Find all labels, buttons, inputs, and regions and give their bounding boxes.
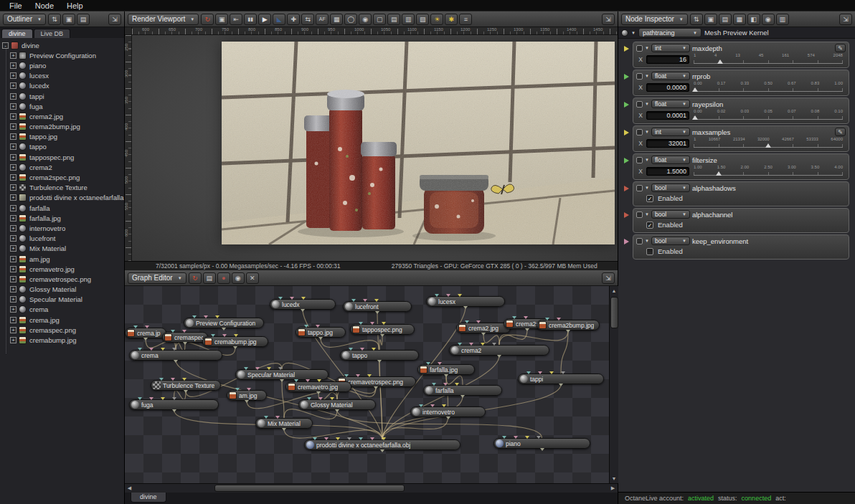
node-pin-icon[interactable] <box>235 388 240 391</box>
param-value-input[interactable]: 1.5000 <box>646 167 689 176</box>
expand-icon[interactable]: + <box>10 123 16 130</box>
tree-item-lucefront[interactable]: +lucefront <box>0 234 124 244</box>
node-pin-icon[interactable] <box>538 371 542 374</box>
graph-node-farfalla-jpg[interactable]: farfalla.jpg <box>417 364 475 375</box>
node-pin-icon[interactable] <box>294 379 298 382</box>
collapse-arrow-icon[interactable]: ▼ <box>645 46 649 50</box>
output-pin-icon[interactable] <box>316 391 321 394</box>
node-pin-icon[interactable] <box>382 322 386 325</box>
tree-item-tappi[interactable]: +tappi <box>0 91 124 101</box>
output-pin-icon[interactable] <box>172 409 176 412</box>
tree-item-tappo[interactable]: +tappo <box>0 142 124 152</box>
node-pin-icon[interactable] <box>537 436 541 439</box>
node-pin-icon[interactable] <box>465 320 469 323</box>
tree-item-piano[interactable]: +piano <box>0 60 124 70</box>
node-toggle-icon[interactable] <box>636 211 643 218</box>
node-pin-icon[interactable] <box>347 437 351 440</box>
node-pin-icon[interactable] <box>264 416 268 419</box>
viewport-expand-icon[interactable]: ⇲ <box>602 14 615 25</box>
node-pin-icon[interactable] <box>149 348 153 351</box>
tree-item-fuga[interactable]: +fuga <box>0 101 124 111</box>
post-icon[interactable]: ✱ <box>445 14 458 25</box>
node-pin-icon[interactable] <box>374 299 379 302</box>
white-balance-icon[interactable]: ◯ <box>344 14 357 25</box>
pan-icon[interactable]: ⇆ <box>301 14 314 25</box>
node-pin-icon[interactable] <box>301 297 306 300</box>
collapse-arrow-icon[interactable]: ▼ <box>645 130 649 134</box>
graph-horizontal-scrollbar[interactable]: ◀ ▶ <box>125 483 618 493</box>
render-target-icon[interactable]: ◉ <box>232 272 245 284</box>
param-type-dropdown[interactable]: int▼ <box>651 44 690 52</box>
node-pin-icon[interactable] <box>525 436 529 439</box>
node-pin-icon[interactable] <box>317 379 321 382</box>
node-pin-icon[interactable] <box>502 436 506 439</box>
node-pin-icon[interactable] <box>182 330 186 333</box>
output-pin-icon[interactable] <box>463 306 468 309</box>
kernel-type-dropdown[interactable]: pathtracing ▼ <box>638 28 702 37</box>
expand-icon[interactable]: + <box>10 215 16 222</box>
menu-help[interactable]: Help <box>60 0 90 11</box>
outliner-expand-icon[interactable]: ⇲ <box>108 14 121 25</box>
expand-icon[interactable]: + <box>10 256 16 262</box>
node-pin-icon[interactable] <box>244 367 248 370</box>
target-icon[interactable]: ◉ <box>762 14 775 25</box>
node-pin-icon[interactable] <box>172 348 176 351</box>
node-pin-icon[interactable] <box>432 383 436 386</box>
node-pin-icon[interactable] <box>455 383 459 386</box>
slider-track[interactable] <box>694 60 843 64</box>
tree-item-internovetro[interactable]: +internovetro <box>0 223 124 233</box>
node-pin-icon[interactable] <box>290 297 294 300</box>
param-value-input[interactable]: 16 <box>646 55 689 64</box>
graph-node-internovetro[interactable]: internovetro <box>410 406 486 417</box>
node-pin-icon[interactable] <box>275 416 280 419</box>
graph-node-prodotti[interactable]: prodotti divine x octaneefarfalla.obj <box>304 439 460 450</box>
collapse-arrow-icon[interactable]: ▼ <box>645 74 649 78</box>
tree-item-turbulence-texture[interactable]: +Turbulence Texture <box>0 183 124 193</box>
node-pin-icon[interactable] <box>330 397 334 400</box>
expand-icon[interactable]: + <box>10 103 16 110</box>
node-pin-icon[interactable] <box>204 315 208 318</box>
node-pin-icon[interactable] <box>359 437 363 440</box>
slider-thumb[interactable] <box>716 171 722 176</box>
tree-item-lucesx[interactable]: +lucesx <box>0 71 124 81</box>
node-toggle-icon[interactable] <box>636 73 643 80</box>
slider-thumb[interactable] <box>692 87 698 92</box>
param-value-input[interactable]: 0.0000 <box>646 83 689 92</box>
node-pin-icon[interactable] <box>171 378 175 381</box>
graph-node-crema2-jpg[interactable]: crema2.jpg <box>456 323 511 333</box>
param-type-dropdown[interactable]: bool▼ <box>651 237 690 245</box>
node-pin-icon[interactable] <box>161 397 165 400</box>
expand-icon[interactable]: + <box>10 113 16 120</box>
node-toggle-icon[interactable] <box>636 185 643 191</box>
output-pin-icon[interactable] <box>143 338 148 341</box>
expand-icon[interactable]: + <box>10 296 16 303</box>
restart-icon[interactable]: ⇤ <box>230 14 242 25</box>
node-pin-icon[interactable] <box>192 315 197 318</box>
expand-icon[interactable]: + <box>10 194 16 201</box>
node-pin-icon[interactable] <box>159 378 164 381</box>
collapse-arrow-icon[interactable]: ▼ <box>631 31 636 35</box>
expand-icon[interactable]: + <box>10 245 16 252</box>
output-pin-icon[interactable] <box>282 428 286 431</box>
tree-item-divine[interactable]: -divine <box>0 40 124 50</box>
graph-node-lucesx[interactable]: lucesx <box>426 296 505 307</box>
enabled-checkbox[interactable]: ✓ <box>646 222 653 229</box>
inspector-selector-dropdown[interactable]: Node Inspector ▼ <box>621 14 688 25</box>
output-pin-icon[interactable] <box>444 374 448 377</box>
copy-icon[interactable]: ▣ <box>704 14 717 25</box>
subframe-icon[interactable]: ▥ <box>402 14 415 25</box>
tree-item-cremavetro-jpg[interactable]: +cremavetro.jpg <box>0 264 124 274</box>
expand-icon[interactable]: + <box>10 184 16 191</box>
graph-node-crema-jpg[interactable]: crema.jp <box>125 328 166 338</box>
edit-curve-icon[interactable]: ✎ <box>835 128 846 136</box>
node-pin-icon[interactable] <box>446 294 450 297</box>
node-pin-icon[interactable] <box>304 325 308 328</box>
tree-item-crema2-jpg[interactable]: +crema2.jpg <box>0 111 124 121</box>
tree-item-crema-jpg[interactable]: +crema.jpg <box>0 315 124 325</box>
graph-node-turb[interactable]: Turbulence Texture <box>151 380 221 391</box>
output-pin-icon[interactable] <box>460 395 465 398</box>
node-pin-icon[interactable] <box>549 371 554 374</box>
node-pin-icon[interactable] <box>419 404 423 407</box>
tab-divine[interactable]: divine <box>1 29 33 38</box>
output-pin-icon[interactable] <box>280 379 284 382</box>
